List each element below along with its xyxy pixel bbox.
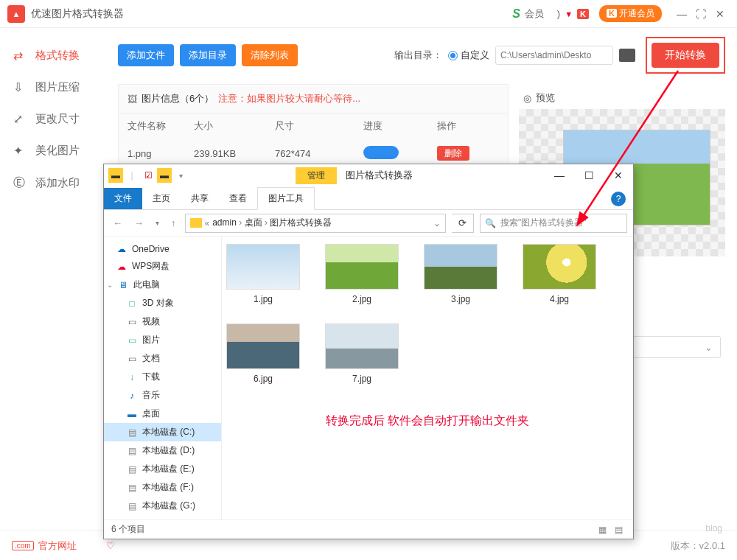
explorer-statusbar: 6 个项目 ▦ ▤ [104, 519, 633, 539]
explorer-search-input[interactable]: 🔍 搜索"图片格式转换器" [480, 214, 627, 233]
tree-node[interactable]: ▭图片 [104, 331, 221, 349]
qat-folder-icon[interactable]: ▬ [108, 168, 123, 183]
qat-overflow-icon[interactable]: ▾ [173, 168, 188, 183]
user-id: ) [557, 8, 560, 19]
tree-node[interactable]: ▬桌面 [104, 405, 221, 423]
chevron-down-icon: ⌄ [705, 342, 713, 353]
breadcrumb-seg[interactable]: admin [212, 217, 237, 228]
tree-node[interactable]: ♪音乐 [104, 386, 221, 405]
maximize-button[interactable]: ⛶ [691, 8, 710, 20]
app-title: 优速图片格式转换器 [31, 7, 124, 21]
tree-node[interactable]: ▭文档 [104, 349, 221, 368]
minimize-button[interactable]: — [672, 8, 691, 20]
tree-node[interactable]: ▤本地磁盘 (F:) [104, 478, 221, 497]
explorer-titlebar[interactable]: ▬ | ☑ ▬ ▾ 管理 图片格式转换器 — ☐ ✕ [104, 164, 633, 186]
ribbon-home-tab[interactable]: 主页 [142, 188, 181, 209]
custom-radio[interactable]: 自定义 [448, 49, 489, 62]
tree-node[interactable]: ☁OneDrive [104, 241, 221, 257]
preview-icon: ◎ [523, 93, 531, 104]
file-thumb[interactable]: 3.jpg [424, 244, 497, 304]
sidebar-item-4[interactable]: Ⓔ添加水印 [0, 167, 118, 200]
tree-label: 本地磁盘 (D:) [142, 444, 195, 457]
manage-tab[interactable]: 管理 [296, 167, 337, 184]
nav-forward-icon[interactable]: → [131, 217, 147, 228]
tree-label: 3D 对象 [142, 297, 174, 309]
tree-icon: ▤ [126, 501, 138, 511]
vip-button[interactable]: K开通会员 [599, 5, 662, 22]
item-count: 6 个项目 [111, 523, 145, 536]
official-site-link[interactable]: .com官方网址 [12, 539, 77, 553]
file-thumb[interactable]: 1.jpg [226, 244, 300, 304]
ribbon-pictools-tab[interactable]: 图片工具 [257, 187, 315, 210]
delete-button[interactable]: 删除 [437, 146, 469, 161]
refresh-button[interactable]: ⟳ [452, 214, 474, 233]
qat-open-icon[interactable]: ▬ [157, 168, 172, 183]
breadcrumb-seg[interactable]: 图片格式转换器 [270, 217, 332, 228]
dropdown-icon[interactable]: ▼ [565, 10, 573, 18]
sidebar: ⇄格式转换⇩图片压缩⤢更改尺寸✦美化图片Ⓔ添加水印 [0, 28, 118, 523]
breadcrumb[interactable]: « admin › 桌面 › 图片格式转换器 ⌄ [185, 214, 447, 233]
folder-icon[interactable] [619, 49, 635, 62]
thumb-label: 4.jpg [523, 294, 596, 304]
search-placeholder: 搜索"图片格式转换器" [500, 217, 587, 229]
add-file-button[interactable]: 添加文件 [118, 44, 174, 66]
tree-node[interactable]: ↓下载 [104, 368, 221, 386]
clear-list-button[interactable]: 清除列表 [242, 44, 298, 66]
file-thumb[interactable]: 6.jpg [226, 323, 300, 384]
tree-node[interactable]: ▤本地磁盘 (G:) [104, 497, 221, 515]
sidebar-item-2[interactable]: ⤢更改尺寸 [0, 103, 118, 135]
nav-back-icon[interactable]: ← [110, 217, 125, 228]
qat-check-icon[interactable]: ☑ [141, 168, 156, 183]
tree-label: 此电脑 [133, 279, 160, 291]
ribbon-view-tab[interactable]: 查看 [219, 188, 257, 209]
breadcrumb-drop-icon[interactable]: ⌄ [433, 218, 441, 228]
ribbon-share-tab[interactable]: 共享 [181, 188, 219, 209]
explorer-tree: ☁OneDrive☁WPS网盘⌄🖥此电脑□3D 对象▭视频▭图片▭文档↓下载♪音… [104, 237, 222, 519]
sidebar-item-0[interactable]: ⇄格式转换 [0, 40, 118, 71]
tree-node[interactable]: ▤本地磁盘 (D:) [104, 441, 221, 460]
ribbon-file-tab[interactable]: 文件 [104, 188, 142, 209]
explorer-minimize-button[interactable]: — [545, 169, 574, 181]
file-thumb[interactable]: 4.jpg [523, 244, 596, 304]
preview-title: 预览 [536, 91, 555, 105]
tree-icon: ♪ [126, 391, 138, 401]
close-button[interactable]: ✕ [710, 8, 730, 20]
tree-icon: ↓ [126, 372, 138, 382]
add-dir-button[interactable]: 添加目录 [180, 44, 236, 66]
thumb-label: 6.jpg [226, 374, 300, 384]
tree-label: 视频 [142, 315, 160, 328]
tree-icon: ▭ [126, 335, 138, 346]
explorer-maximize-button[interactable]: ☐ [574, 169, 604, 181]
cell-name: 1.png [128, 148, 194, 159]
sidebar-item-1[interactable]: ⇩图片压缩 [0, 71, 118, 103]
tree-node[interactable]: ▤本地磁盘 (C:) [104, 423, 221, 441]
nav-up-icon[interactable]: ↑ [168, 217, 179, 228]
tree-node[interactable]: ▭视频 [104, 312, 221, 331]
file-thumb[interactable]: 7.jpg [325, 323, 399, 384]
tree-node[interactable]: ⌄🖥此电脑 [104, 276, 221, 294]
titlebar: ▲ 优速图片格式转换器 S 会员 ) ▼ K K开通会员 — ⛶ ✕ [0, 0, 737, 28]
globe-icon: .com [12, 541, 34, 550]
breadcrumb-folder-icon [190, 218, 202, 228]
qat-sep: | [125, 168, 139, 183]
image-info-warning: 注意：如果图片较大请耐心等待... [218, 92, 360, 105]
tree-label: 音乐 [142, 389, 160, 402]
file-thumb[interactable]: 2.jpg [325, 244, 399, 304]
nav-history-icon[interactable]: ▾ [153, 219, 162, 227]
explorer-window-title: 图片格式转换器 [337, 169, 422, 182]
user-label[interactable]: 会员 [525, 7, 544, 21]
breadcrumb-seg[interactable]: 桌面 [245, 217, 262, 228]
explorer-close-button[interactable]: ✕ [604, 169, 633, 181]
thumb-image [325, 244, 399, 290]
output-path-input[interactable] [495, 46, 613, 65]
start-convert-button[interactable]: 开始转换 [652, 43, 719, 68]
sidebar-icon: ⇄ [13, 49, 28, 63]
tree-node[interactable]: ▤本地磁盘 (E:) [104, 460, 221, 478]
tree-node[interactable]: ☁WPS网盘 [104, 257, 221, 276]
col-op: 操作 [437, 119, 481, 133]
tree-node[interactable]: □3D 对象 [104, 294, 221, 312]
cell-progress [363, 146, 437, 161]
view-mode-buttons[interactable]: ▦ ▤ [598, 525, 626, 535]
sidebar-item-3[interactable]: ✦美化图片 [0, 135, 118, 167]
help-icon[interactable]: ? [611, 192, 626, 206]
